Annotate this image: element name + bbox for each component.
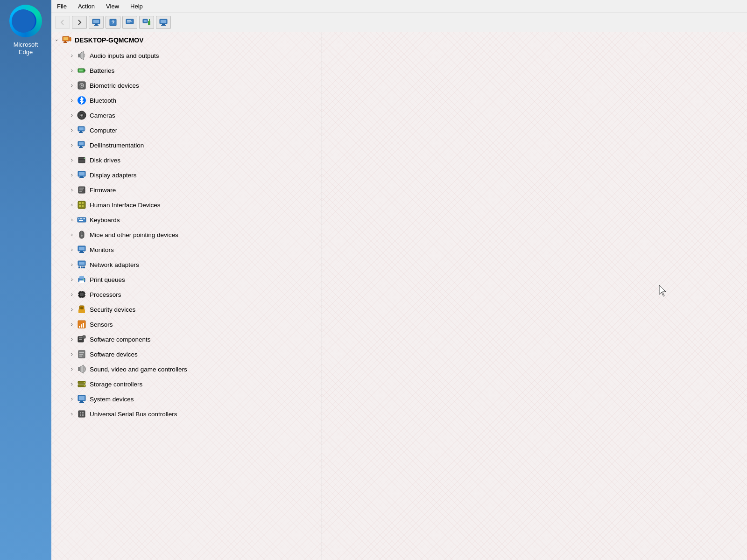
svg-rect-85: [80, 293, 84, 296]
root-expand-arrow[interactable]: ›: [53, 36, 61, 44]
expand-arrow-cameras[interactable]: ›: [68, 112, 76, 119]
edge-icon[interactable]: [9, 5, 42, 37]
svg-point-114: [84, 382, 85, 383]
svg-rect-77: [78, 266, 80, 268]
label-monitors: Monitors: [90, 246, 114, 253]
svg-rect-18: [161, 25, 166, 26]
tree-item-sensors[interactable]: › Sensors: [51, 317, 322, 332]
label-security: Security devices: [90, 306, 135, 313]
tree-item-cameras[interactable]: › Cameras: [51, 108, 322, 123]
svg-rect-104: [79, 339, 82, 340]
svg-rect-12: [144, 20, 147, 22]
expand-arrow-mice[interactable]: ›: [68, 231, 76, 238]
help-button[interactable]: ?: [106, 16, 120, 29]
svg-rect-108: [79, 354, 83, 355]
expand-arrow-system[interactable]: ›: [68, 395, 76, 403]
icon-dell: [77, 140, 87, 150]
svg-rect-63: [80, 218, 81, 219]
expand-arrow-dell[interactable]: ›: [68, 141, 76, 149]
svg-rect-21: [64, 41, 66, 42]
tree-item-storage[interactable]: › Storage controllers: [51, 377, 322, 392]
expand-arrow-hid[interactable]: ›: [68, 201, 76, 209]
tree-item-usb[interactable]: › Universal Serial Bus controllers: [51, 406, 322, 421]
tree-item-computer[interactable]: › Computer: [51, 123, 322, 138]
label-mice: Mice and other pointing devices: [90, 231, 178, 238]
tree-item-batteries[interactable]: › Batteries: [51, 63, 322, 78]
forward-button[interactable]: [72, 16, 87, 29]
svg-rect-124: [82, 414, 84, 416]
tree-item-softdev[interactable]: › Software devices: [51, 347, 322, 362]
tree-item-display[interactable]: › Display adapters: [51, 168, 322, 182]
expand-arrow-processors[interactable]: ›: [68, 291, 76, 298]
svg-rect-55: [79, 191, 82, 192]
tree-item-security[interactable]: › Security devices: [51, 302, 322, 317]
expand-arrow-softcomp[interactable]: ›: [68, 336, 76, 343]
tree-item-keyboards[interactable]: › Keyboards: [51, 212, 322, 227]
device-manager-button[interactable]: [89, 16, 104, 29]
expand-arrow-print[interactable]: ›: [68, 276, 76, 283]
tree-item-processors[interactable]: › Processors: [51, 287, 322, 302]
icon-monitors: [77, 245, 87, 255]
expand-arrow-bluetooth[interactable]: ›: [68, 97, 76, 104]
expand-arrow-disk[interactable]: ›: [68, 156, 76, 164]
svg-rect-64: [81, 218, 82, 219]
icon-sensors: [77, 319, 87, 329]
svg-rect-74: [79, 252, 84, 253]
tree-item-mice[interactable]: › Mice and other pointing devices: [51, 227, 322, 242]
svg-rect-103: [79, 337, 83, 338]
tree-item-print[interactable]: › Print queues: [51, 272, 322, 287]
tree-item-sound[interactable]: › Sound, video and game controllers: [51, 362, 322, 377]
expand-arrow-storage[interactable]: ›: [68, 380, 76, 388]
svg-rect-88: [85, 293, 85, 294]
svg-rect-122: [82, 412, 84, 413]
menu-action[interactable]: Action: [76, 2, 97, 11]
expand-arrow-keyboards[interactable]: ›: [68, 216, 76, 224]
svg-rect-117: [79, 396, 85, 400]
tree-item-system[interactable]: › System devices: [51, 392, 322, 406]
svg-rect-91: [82, 291, 83, 292]
monitor-button[interactable]: [156, 16, 171, 29]
expand-arrow-computer[interactable]: ›: [68, 126, 76, 134]
expand-arrow-network[interactable]: ›: [68, 261, 76, 268]
expand-arrow-display[interactable]: ›: [68, 171, 76, 179]
menu-help[interactable]: Help: [128, 2, 145, 11]
expand-arrow-biometric[interactable]: ›: [68, 82, 76, 89]
tree-item-disk[interactable]: › Disk drives: [51, 153, 322, 168]
scan-button[interactable]: [139, 16, 154, 29]
back-button[interactable]: [55, 16, 70, 29]
svg-point-83: [83, 279, 85, 280]
tree-root-item[interactable]: › DESKTOP-GQMCMOV: [51, 32, 322, 48]
properties-button[interactable]: [122, 16, 137, 29]
expand-arrow-monitors[interactable]: ›: [68, 246, 76, 253]
menu-view[interactable]: View: [104, 2, 121, 11]
expand-arrow-usb[interactable]: ›: [68, 410, 76, 418]
svg-marker-111: [80, 365, 84, 373]
tree-item-biometric[interactable]: › Biometric devices: [51, 78, 322, 93]
expand-arrow-softdev[interactable]: ›: [68, 350, 76, 358]
svg-rect-90: [80, 291, 81, 292]
expand-arrow-audio[interactable]: ›: [68, 52, 76, 59]
tree-item-softcomp[interactable]: › Software components: [51, 332, 322, 347]
label-system: System devices: [90, 396, 134, 403]
expand-arrow-security[interactable]: ›: [68, 306, 76, 313]
icon-cameras: [77, 110, 87, 120]
tree-item-firmware[interactable]: › Firmware: [51, 182, 322, 197]
label-softcomp: Software components: [90, 336, 151, 343]
icon-processors: [77, 289, 87, 300]
expand-arrow-firmware[interactable]: ›: [68, 186, 76, 194]
expand-arrow-batteries[interactable]: ›: [68, 67, 76, 74]
expand-arrow-sensors[interactable]: ›: [68, 321, 76, 328]
tree-item-bluetooth[interactable]: › Bluetooth: [51, 93, 322, 108]
tree-item-network[interactable]: › Network adapters: [51, 257, 322, 272]
menu-file[interactable]: File: [55, 2, 69, 11]
svg-rect-120: [78, 411, 85, 417]
device-tree-panel: › DESKTOP-GQMCMOV › Audio inputs and out…: [51, 32, 322, 560]
tree-item-hid[interactable]: › Human Interface Devices: [51, 197, 322, 212]
expand-arrow-sound[interactable]: ›: [68, 365, 76, 373]
tree-item-monitors[interactable]: › Monitors: [51, 242, 322, 257]
svg-rect-73: [80, 251, 83, 252]
label-storage: Storage controllers: [90, 381, 142, 388]
tree-item-audio[interactable]: › Audio inputs and outputs: [51, 48, 322, 63]
tree-item-dell[interactable]: › DellInstrumentation: [51, 138, 322, 153]
svg-rect-66: [84, 218, 85, 219]
